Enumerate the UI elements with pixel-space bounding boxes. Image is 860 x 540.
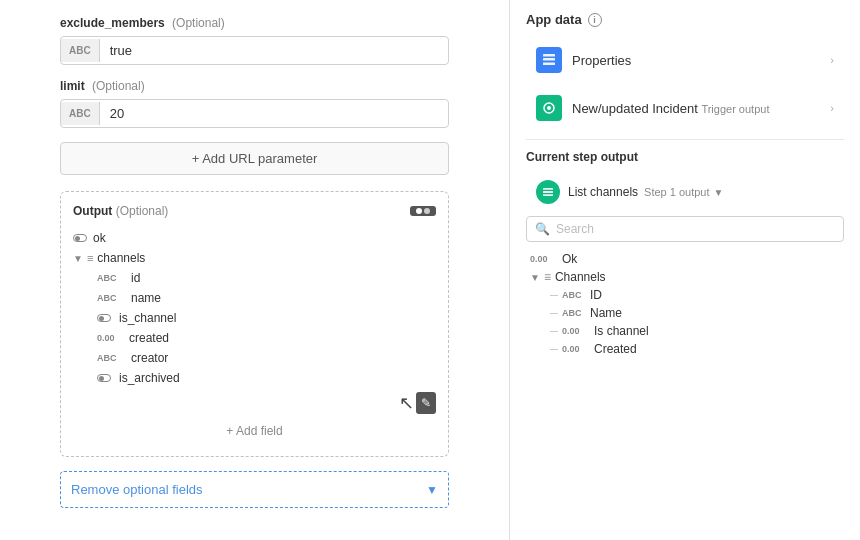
incident-sub: Trigger output	[701, 103, 769, 115]
exclude-members-type-badge: ABC	[61, 39, 100, 62]
output-item-is-channel: is_channel	[97, 308, 436, 328]
output-item-id: ABC id	[97, 268, 436, 288]
left-panel: exclude_members (Optional) ABC true limi…	[0, 0, 510, 540]
right-output-is-channel: 0.00 Is channel	[550, 322, 840, 340]
app-data-properties[interactable]: Properties ›	[526, 39, 844, 81]
output-item-created: 0.00 created	[97, 328, 436, 348]
app-data-title: App data	[526, 12, 582, 27]
right-output-name: ABC Name	[550, 304, 840, 322]
search-placeholder: Search	[556, 222, 594, 236]
right-panel: App data i Properties › New/updated Inci…	[510, 0, 860, 540]
bool-icon-ok	[73, 234, 87, 242]
incident-icon	[536, 95, 562, 121]
bool-icon-is-channel	[97, 314, 111, 322]
svg-rect-2	[543, 63, 555, 66]
bool-icon-is-archived	[97, 374, 111, 382]
limit-input-row: ABC 20	[60, 99, 449, 128]
right-output-id: ABC ID	[550, 286, 840, 304]
app-data-header: App data i	[526, 12, 844, 27]
output-item-name: ABC name	[97, 288, 436, 308]
cursor-badge: ✎	[416, 392, 436, 414]
output-title: Output (Optional)	[73, 204, 168, 218]
limit-value[interactable]: 20	[100, 100, 448, 127]
search-icon: 🔍	[535, 222, 550, 236]
info-icon: i	[588, 13, 602, 27]
svg-rect-5	[543, 188, 553, 190]
output-item-is-archived: is_archived	[97, 368, 436, 388]
step-output-item[interactable]: List channels Step 1 output ▼	[526, 174, 844, 210]
add-url-button[interactable]: + Add URL parameter	[60, 142, 449, 175]
lines-icon-channels: ≡	[87, 252, 93, 264]
right-output-created: 0.00 Created	[550, 340, 840, 358]
remove-optional-button[interactable]: Remove optional fields ▼	[60, 471, 449, 508]
output-header: Output (Optional)	[73, 204, 436, 218]
search-box[interactable]: 🔍 Search	[526, 216, 844, 242]
step-output-icon	[536, 180, 560, 204]
divider	[526, 139, 844, 140]
limit-group: limit (Optional) ABC 20	[60, 79, 449, 128]
toggle-dot-2	[424, 208, 430, 214]
chevron-right-properties: ›	[830, 54, 834, 66]
limit-type-badge: ABC	[61, 102, 100, 125]
right-output-channels: ▼ ≡ Channels	[530, 268, 840, 286]
expand-arrow-channels[interactable]: ▼	[73, 253, 83, 264]
toggle-dot-1	[416, 208, 422, 214]
output-item-channels: ▼ ≡ channels	[73, 248, 436, 268]
svg-rect-6	[543, 191, 553, 193]
chevron-right-incident: ›	[830, 102, 834, 114]
output-item-ok: ok	[73, 228, 436, 248]
current-step-title: Current step output	[526, 150, 844, 164]
limit-label: limit (Optional)	[60, 79, 449, 93]
exclude-members-label: exclude_members (Optional)	[60, 16, 449, 30]
expand-channels-right[interactable]: ▼	[530, 272, 540, 283]
add-field-button[interactable]: + Add field	[73, 418, 436, 444]
exclude-members-input-row: ABC true	[60, 36, 449, 65]
svg-rect-7	[543, 194, 553, 196]
properties-label: Properties	[572, 53, 830, 68]
svg-rect-0	[543, 54, 555, 57]
exclude-members-group: exclude_members (Optional) ABC true	[60, 16, 449, 65]
lines-channels-right: ≡	[544, 270, 551, 284]
output-toggle[interactable]	[410, 206, 436, 216]
cursor-area: ↖ ✎	[73, 392, 436, 414]
exclude-members-value[interactable]: true	[100, 37, 448, 64]
chevron-down-icon: ▼	[426, 483, 438, 497]
cursor-icon: ↖	[399, 392, 414, 414]
step-label: List channels	[568, 185, 638, 199]
step-sub: Step 1 output	[644, 186, 709, 198]
output-section: Output (Optional) ok ▼ ≡ channels ABC id	[60, 191, 449, 457]
table-icon	[536, 47, 562, 73]
right-output-ok: 0.00 Ok	[530, 250, 840, 268]
output-tree: 0.00 Ok ▼ ≡ Channels ABC ID ABC Name 0.0…	[526, 250, 844, 358]
output-item-creator: ABC creator	[97, 348, 436, 368]
svg-rect-1	[543, 58, 555, 61]
incident-label: New/updated Incident	[572, 101, 701, 116]
svg-point-4	[547, 106, 551, 110]
dropdown-icon: ▼	[714, 187, 724, 198]
app-data-incident[interactable]: New/updated Incident Trigger output ›	[526, 87, 844, 129]
